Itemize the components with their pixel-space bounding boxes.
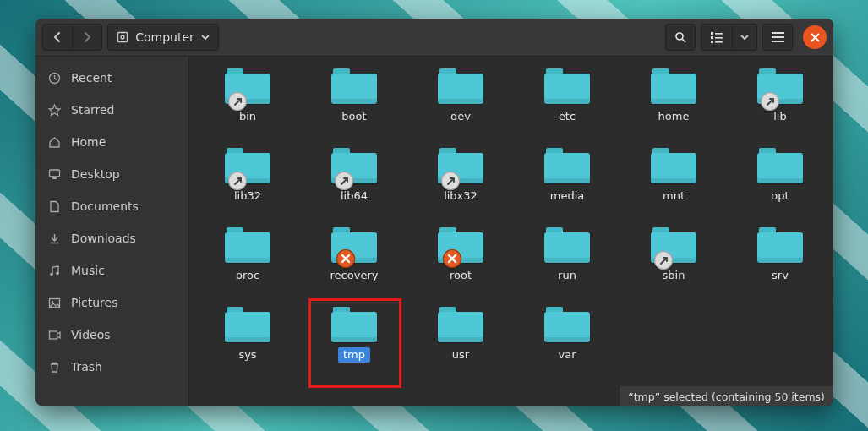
search-button[interactable] [665, 24, 696, 51]
home-icon [47, 135, 61, 149]
sidebar-item-downloads[interactable]: Downloads [35, 222, 188, 254]
folder-icon [544, 307, 590, 342]
symlink-emblem-icon [654, 251, 673, 270]
folder-label: sbin [658, 268, 691, 283]
folder-icon [225, 227, 270, 263]
folder-bin[interactable]: bin [194, 65, 301, 145]
symlink-emblem-icon [761, 92, 779, 111]
sidebar-item-starred[interactable]: Starred [35, 94, 188, 126]
folder-home[interactable]: home [620, 65, 727, 145]
view-options-button[interactable] [733, 24, 757, 51]
folder-usr[interactable]: usr [407, 303, 514, 383]
folder-icon [438, 68, 483, 104]
downloads-icon [47, 232, 61, 245]
folder-icon [438, 227, 483, 263]
folder-lib[interactable]: lib [727, 65, 833, 145]
folder-etc[interactable]: etc [514, 65, 620, 145]
close-button[interactable] [803, 25, 827, 49]
folder-icon [331, 148, 377, 183]
folder-label: recovery [325, 268, 384, 283]
folder-label: opt [766, 188, 794, 204]
pictures-icon [47, 296, 61, 309]
folder-label: media [545, 188, 590, 204]
folder-run[interactable]: run [514, 224, 620, 303]
folder-icon [225, 307, 270, 342]
svg-rect-5 [711, 36, 713, 39]
folder-icon [331, 307, 377, 342]
clock-icon [47, 71, 61, 85]
folder-icon [331, 68, 377, 104]
svg-point-2 [676, 33, 683, 40]
svg-rect-4 [715, 33, 723, 35]
back-button[interactable] [42, 24, 73, 51]
folder-mnt[interactable]: mnt [620, 145, 727, 224]
folder-var[interactable]: var [514, 303, 620, 383]
folder-lib64[interactable]: lib64 [301, 145, 407, 224]
chevron-right-icon [81, 31, 93, 43]
sidebar-item-label: Documents [71, 199, 139, 213]
view-toggle-button[interactable] [701, 24, 733, 51]
folder-icon [438, 307, 483, 342]
close-icon [811, 33, 820, 42]
svg-rect-10 [772, 36, 784, 38]
sidebar-item-pictures[interactable]: Pictures [35, 286, 188, 319]
folder-label: etc [554, 109, 581, 124]
folder-label: var [553, 347, 581, 363]
folder-opt[interactable]: opt [727, 145, 833, 224]
folder-icon [757, 148, 803, 183]
content-area[interactable]: binbootdevetchomeliblib32lib64libx32medi… [189, 57, 833, 406]
folder-recovery[interactable]: recovery [301, 224, 407, 303]
music-icon [47, 264, 61, 277]
svg-point-15 [50, 272, 53, 276]
sidebar-item-videos[interactable]: Videos [35, 319, 188, 351]
sidebar-item-documents[interactable]: Documents [35, 190, 188, 222]
folder-label: mnt [658, 188, 690, 204]
list-view-icon [710, 31, 723, 43]
status-text: “tmp” selected (containing 50 items) [628, 390, 825, 403]
folder-icon [651, 68, 696, 104]
folder-libx32[interactable]: libx32 [407, 145, 514, 224]
svg-rect-9 [772, 32, 784, 34]
folder-boot[interactable]: boot [301, 65, 407, 145]
titlebar: Computer [35, 19, 833, 57]
folder-sys[interactable]: sys [194, 303, 301, 383]
svg-rect-14 [52, 177, 57, 179]
nav-buttons [42, 24, 102, 51]
folder-srv[interactable]: srv [727, 224, 833, 303]
folder-icon [757, 227, 803, 263]
folder-root[interactable]: root [407, 224, 514, 303]
sidebar-item-desktop[interactable]: Desktop [35, 158, 188, 190]
forward-button[interactable] [73, 24, 102, 51]
folder-proc[interactable]: proc [194, 224, 301, 303]
folder-sbin[interactable]: sbin [620, 224, 727, 303]
sidebar-item-label: Pictures [71, 296, 117, 309]
file-manager-window: Computer [35, 19, 833, 406]
folder-icon [757, 68, 803, 104]
chevron-down-icon [740, 33, 749, 41]
sidebar: RecentStarredHomeDesktopDocumentsDownloa… [35, 57, 189, 406]
svg-rect-0 [118, 33, 128, 42]
folder-dev[interactable]: dev [407, 65, 514, 145]
path-bar[interactable]: Computer [107, 24, 219, 51]
folder-icon [651, 148, 696, 183]
folder-media[interactable]: media [514, 145, 620, 224]
sidebar-item-label: Videos [71, 328, 111, 341]
folder-label: home [653, 109, 695, 124]
folder-label: libx32 [439, 188, 483, 204]
folder-label: lib [768, 109, 791, 124]
folder-label: usr [447, 347, 474, 363]
folder-label: lib32 [229, 188, 266, 204]
sidebar-item-music[interactable]: Music [35, 254, 188, 286]
folder-tmp[interactable]: tmp [301, 303, 407, 383]
documents-icon [47, 199, 61, 213]
sidebar-item-trash[interactable]: Trash [35, 351, 188, 383]
sidebar-item-label: Desktop [71, 167, 120, 181]
folder-label: srv [767, 268, 794, 283]
chevron-down-icon [201, 33, 210, 41]
sidebar-item-recent[interactable]: Recent [35, 62, 188, 94]
sidebar-item-home[interactable]: Home [35, 126, 188, 158]
folder-lib32[interactable]: lib32 [194, 145, 301, 224]
hamburger-icon [772, 32, 784, 42]
hamburger-menu-button[interactable] [762, 24, 793, 51]
symlink-emblem-icon [228, 172, 247, 190]
